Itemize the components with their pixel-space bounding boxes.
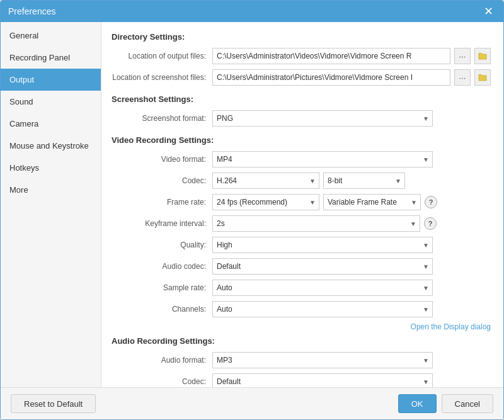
sidebar: General Recording Panel Output Sound Cam… bbox=[1, 22, 101, 387]
footer-right: OK Cancel bbox=[398, 394, 493, 413]
frame-rate-select[interactable]: 24 fps (Recommend) bbox=[212, 194, 319, 210]
frame-rate-label: Frame rate: bbox=[112, 198, 212, 207]
channels-label: Channels: bbox=[112, 305, 212, 314]
keyframe-interval-label: Keyframe interval: bbox=[112, 219, 212, 228]
quality-row: Quality: High ▼ bbox=[112, 237, 491, 253]
close-button[interactable]: ✕ bbox=[481, 6, 496, 17]
display-dialog-row: Open the Display dialog bbox=[112, 322, 491, 331]
main-content: General Recording Panel Output Sound Cam… bbox=[1, 22, 503, 387]
screenshot-format-dropdown-wrapper: PNG ▼ bbox=[212, 110, 433, 127]
sidebar-item-camera[interactable]: Camera bbox=[1, 113, 101, 135]
codec-label: Codec: bbox=[112, 176, 212, 185]
channels-row: Channels: Auto ▼ bbox=[112, 301, 491, 317]
screenshot-format-row: Screenshot format: PNG ▼ bbox=[112, 110, 491, 127]
audio-recording-codec-label: Codec: bbox=[112, 377, 212, 386]
keyframe-interval-select[interactable]: 2s bbox=[212, 215, 420, 232]
footer: Reset to Default OK Cancel bbox=[1, 387, 503, 419]
open-display-dialog-link[interactable]: Open the Display dialog bbox=[411, 322, 491, 331]
quality-label: Quality: bbox=[112, 241, 212, 249]
frame-rate-type-dropdown-wrapper: Variable Frame Rate ▼ bbox=[323, 194, 421, 210]
frame-rate-dropdown-wrapper: 24 fps (Recommend) ▼ bbox=[212, 194, 319, 210]
channels-select[interactable]: Auto bbox=[212, 301, 433, 317]
codec-dropdown-wrapper: H.264 ▼ bbox=[212, 173, 319, 189]
video-format-row: Video format: MP4 ▼ bbox=[112, 151, 491, 167]
sidebar-item-hotkeys[interactable]: Hotkeys bbox=[1, 157, 101, 179]
screenshot-format-select[interactable]: PNG bbox=[212, 110, 433, 127]
sample-rate-dropdown-wrapper: Auto ▼ bbox=[212, 280, 433, 296]
screenshot-files-row: Location of screenshot files: ··· bbox=[112, 69, 491, 86]
audio-codec-select[interactable]: Default bbox=[212, 258, 433, 275]
audio-recording-codec-dropdown-wrapper: Default ▼ bbox=[212, 373, 433, 387]
screenshot-files-label: Location of screenshot files: bbox=[112, 73, 212, 82]
screenshot-format-controls: PNG ▼ bbox=[212, 110, 491, 127]
sidebar-item-mouse-and-keystroke[interactable]: Mouse and Keystroke bbox=[1, 135, 101, 157]
sidebar-item-sound[interactable]: Sound bbox=[1, 91, 101, 113]
cancel-button[interactable]: Cancel bbox=[442, 394, 493, 413]
audio-format-label: Audio format: bbox=[112, 356, 212, 365]
audio-recording-codec-select[interactable]: Default bbox=[212, 373, 433, 387]
audio-format-row: Audio format: MP3 ▼ bbox=[112, 352, 491, 368]
sample-rate-select[interactable]: Auto bbox=[212, 280, 433, 296]
output-files-path-input[interactable] bbox=[212, 48, 450, 64]
reset-to-default-button[interactable]: Reset to Default bbox=[11, 394, 96, 413]
directory-settings-title: Directory Settings: bbox=[112, 32, 491, 42]
audio-format-dropdown-wrapper: MP3 ▼ bbox=[212, 352, 433, 368]
folder-icon-2 bbox=[478, 74, 487, 81]
preferences-window: Preferences ✕ General Recording Panel Ou… bbox=[0, 0, 504, 420]
screenshot-files-path-input[interactable] bbox=[212, 69, 450, 86]
video-format-select[interactable]: MP4 bbox=[212, 151, 433, 167]
ok-button[interactable]: OK bbox=[398, 394, 437, 413]
screenshot-files-controls: ··· bbox=[212, 69, 491, 86]
output-files-folder-button[interactable] bbox=[474, 48, 491, 64]
screenshot-settings-title: Screenshot Settings: bbox=[112, 94, 491, 104]
output-files-dots-button[interactable]: ··· bbox=[454, 48, 471, 64]
bit-depth-select[interactable]: 8-bit bbox=[323, 173, 405, 189]
audio-recording-settings-title: Audio Recording Settings: bbox=[112, 336, 491, 346]
keyframe-interval-dropdown-wrapper: 2s ▼ bbox=[212, 215, 420, 232]
audio-format-select[interactable]: MP3 bbox=[212, 352, 433, 368]
video-recording-settings-title: Video Recording Settings: bbox=[112, 135, 491, 145]
codec-select[interactable]: H.264 bbox=[212, 173, 319, 189]
output-files-controls: ··· bbox=[212, 48, 491, 64]
screenshot-files-dots-button[interactable]: ··· bbox=[454, 69, 471, 86]
sample-rate-label: Sample rate: bbox=[112, 283, 212, 292]
title-bar: Preferences ✕ bbox=[1, 1, 503, 22]
sidebar-item-recording-panel[interactable]: Recording Panel bbox=[1, 47, 101, 69]
folder-icon bbox=[478, 52, 487, 60]
sidebar-item-output[interactable]: Output bbox=[1, 69, 101, 91]
output-files-label: Location of output files: bbox=[112, 52, 212, 60]
output-files-row: Location of output files: ··· bbox=[112, 48, 491, 64]
video-format-dropdown-wrapper: MP4 ▼ bbox=[212, 151, 433, 167]
screenshot-files-folder-button[interactable] bbox=[474, 69, 491, 86]
frame-rate-help-button[interactable]: ? bbox=[425, 196, 437, 208]
bit-depth-dropdown-wrapper: 8-bit ▼ bbox=[323, 173, 405, 189]
quality-dropdown-wrapper: High ▼ bbox=[212, 237, 433, 253]
audio-codec-row: Audio codec: Default ▼ bbox=[112, 258, 491, 275]
content-area: Directory Settings: Location of output f… bbox=[101, 22, 503, 387]
sidebar-item-more[interactable]: More bbox=[1, 179, 101, 201]
quality-select[interactable]: High bbox=[212, 237, 433, 253]
audio-codec-dropdown-wrapper: Default ▼ bbox=[212, 258, 433, 275]
frame-rate-type-select[interactable]: Variable Frame Rate bbox=[323, 194, 421, 210]
codec-row: Codec: H.264 ▼ 8-bit ▼ bbox=[112, 173, 491, 189]
sample-rate-row: Sample rate: Auto ▼ bbox=[112, 280, 491, 296]
window-title: Preferences bbox=[8, 6, 55, 16]
video-format-label: Video format: bbox=[112, 155, 212, 164]
sidebar-item-general[interactable]: General bbox=[1, 25, 101, 47]
audio-recording-codec-row: Codec: Default ▼ bbox=[112, 373, 491, 387]
screenshot-format-label: Screenshot format: bbox=[112, 114, 212, 123]
audio-codec-label: Audio codec: bbox=[112, 262, 212, 271]
keyframe-interval-row: Keyframe interval: 2s ▼ ? bbox=[112, 215, 491, 232]
frame-rate-row: Frame rate: 24 fps (Recommend) ▼ Variabl… bbox=[112, 194, 491, 210]
channels-dropdown-wrapper: Auto ▼ bbox=[212, 301, 433, 317]
keyframe-help-button[interactable]: ? bbox=[424, 217, 437, 230]
